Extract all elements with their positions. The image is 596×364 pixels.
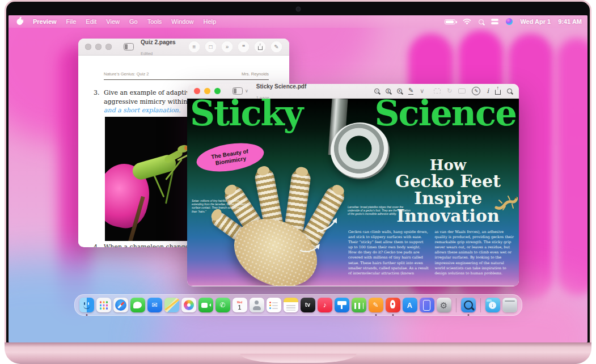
menu-view[interactable]: View: [106, 18, 120, 25]
zoom-out-icon[interactable]: −: [374, 88, 379, 94]
running-indicator: [392, 314, 394, 316]
running-indicator: [467, 314, 469, 316]
dock-app-reminders-icon[interactable]: [267, 298, 281, 312]
share-icon[interactable]: [495, 90, 501, 95]
desktop: PreviewFileEditViewGoToolsWindowHelp Wed…: [9, 15, 587, 342]
menu-items: PreviewFileEditViewGoToolsWindowHelp: [33, 18, 216, 25]
dock-app-phone-icon[interactable]: ✆: [215, 298, 230, 312]
markup-chevron-icon[interactable]: ∨: [420, 88, 424, 94]
dock-app-notes-icon[interactable]: [284, 298, 298, 312]
comment-icon[interactable]: ❝: [238, 41, 250, 53]
dock-app-numbers-icon[interactable]: [352, 298, 366, 312]
dock-app-tv-icon[interactable]: tv: [301, 298, 315, 312]
dock-app-music-icon[interactable]: ♪: [318, 298, 332, 312]
menu-bar: PreviewFileEditViewGoToolsWindowHelp Wed…: [9, 15, 587, 28]
dock-app-calendar-icon[interactable]: Wed1: [233, 298, 247, 312]
running-indicator: [375, 314, 377, 316]
dock-app-keynote-icon[interactable]: [335, 298, 349, 312]
article-body: Geckos can climb walls, hang upside down…: [348, 230, 515, 276]
question-number: 4.: [94, 243, 100, 247]
pages-toolbar: ≡ □ » ❝ ✎: [188, 41, 282, 53]
sidebar-toggle-icon[interactable]: [124, 43, 134, 50]
selection-tool-icon[interactable]: [434, 88, 441, 94]
menu-help[interactable]: Help: [203, 18, 216, 25]
search-icon[interactable]: [507, 88, 512, 94]
zoom-actual-size-icon[interactable]: 1: [386, 88, 391, 94]
gecko-illustration: [493, 193, 518, 212]
spotlight-search-icon[interactable]: [479, 19, 484, 24]
zoom-button[interactable]: [214, 88, 221, 94]
webcam: [297, 7, 300, 11]
battery-icon[interactable]: [445, 19, 455, 24]
arrow-doodle: [298, 239, 323, 254]
menu-window[interactable]: Window: [171, 18, 193, 25]
dock-app-preview-icon[interactable]: [461, 298, 476, 312]
dock-app-finder-icon[interactable]: [79, 298, 94, 312]
close-button[interactable]: [194, 88, 200, 94]
menu-preview[interactable]: Preview: [33, 18, 57, 25]
dock-app-messages-icon[interactable]: [130, 298, 145, 312]
dock-app-mail-icon[interactable]: ✉: [147, 298, 162, 312]
rotate-icon[interactable]: ↻: [447, 88, 452, 94]
more-tools-icon[interactable]: »: [221, 41, 233, 53]
question-number: 3.: [94, 88, 100, 98]
zoom-button[interactable]: [105, 44, 112, 50]
chevron-down-icon[interactable]: ∨: [245, 88, 248, 94]
wallpaper-capsule: [557, 38, 587, 296]
pages-title-bar: Quiz 2.pages Edited ≡ □ » ❝ ✎: [78, 39, 289, 56]
mantis-photo: [105, 117, 198, 241]
menu-bar-date[interactable]: Wed Apr 1: [520, 18, 551, 25]
laptop-base: [5, 342, 591, 364]
sign-annotate-icon[interactable]: ✎: [472, 87, 480, 95]
menu-edit[interactable]: Edit: [86, 18, 96, 25]
minimize-button[interactable]: [204, 88, 210, 94]
siri-icon[interactable]: [506, 18, 513, 25]
dock-app-settings-icon[interactable]: ⚙: [437, 298, 451, 312]
menu-tools[interactable]: Tools: [147, 18, 162, 25]
share-icon[interactable]: [254, 41, 266, 53]
minimize-button[interactable]: [95, 44, 102, 50]
control-center-icon[interactable]: [491, 19, 498, 24]
dock-app-games-icon[interactable]: [386, 298, 400, 312]
dock-app-photos-icon[interactable]: [181, 298, 196, 312]
dock-app-iphone-mirroring-icon[interactable]: [420, 298, 434, 312]
laptop-lid: PreviewFileEditViewGoToolsWindowHelp Wed…: [5, 0, 591, 342]
dock-app-appstore-icon[interactable]: A: [403, 298, 417, 312]
dock: ✉✆Wed1tv♪✎A⚙↓: [74, 294, 522, 316]
dock-app-contacts-icon[interactable]: [250, 298, 264, 312]
form-fill-icon[interactable]: [458, 88, 466, 94]
dock-divider: [456, 298, 456, 312]
running-indicator: [86, 314, 87, 316]
markup-pen-icon[interactable]: ✎: [270, 41, 282, 53]
info-icon[interactable]: i: [487, 88, 489, 94]
question-instruction-link[interactable]: and a short explanation.: [104, 107, 180, 114]
apple-menu-icon[interactable]: [16, 17, 23, 26]
markup-pen-icon[interactable]: ✎: [408, 87, 413, 95]
dock-app-facetime-icon[interactable]: [198, 298, 213, 312]
zoom-in-icon[interactable]: +: [397, 88, 402, 94]
wifi-icon[interactable]: [463, 18, 471, 26]
dock-app-pages-icon[interactable]: ✎: [369, 298, 383, 312]
close-button[interactable]: [85, 44, 91, 50]
macbook-marketing-shot: PreviewFileEditViewGoToolsWindowHelp Wed…: [0, 0, 596, 364]
preview-toolbar: − 1 + ✎ ∨ ↻ ✎ i: [374, 87, 512, 95]
dock-app-safari-icon[interactable]: [113, 298, 128, 312]
header-right: Mrs. Reynolds: [242, 71, 269, 77]
sticky-science-pdf-page: Sticky Science The Beauty of Biomimicry: [187, 99, 519, 286]
article-column-1: Geckos can climb walls, hang upside down…: [348, 230, 429, 276]
dock-app-trash-icon[interactable]: [502, 298, 517, 312]
article-headline: How Gecko Feet Inspire Innovation: [386, 158, 510, 225]
preview-title-bar: ∨ Sticky Science.pdf 1 page − 1 + ✎ ∨ ↻: [187, 84, 519, 99]
sidebar-toggle-icon[interactable]: [233, 87, 243, 95]
dock-app-maps-icon[interactable]: [164, 298, 179, 312]
menu-file[interactable]: File: [66, 18, 77, 25]
document-title: Quiz 2.pages: [141, 39, 176, 45]
dock-app-launchpad-icon[interactable]: [96, 298, 111, 312]
menu-bar-clock[interactable]: 9:41 AM: [558, 18, 582, 25]
insert-icon[interactable]: □: [205, 41, 217, 53]
question-text: When a chameleon changes: [104, 243, 192, 247]
view-options-icon[interactable]: ≡: [188, 41, 200, 53]
article-column-2: as van der Waals forces), an adhesive qu…: [435, 230, 516, 276]
menu-go[interactable]: Go: [129, 18, 138, 25]
dock-app-downloads-icon[interactable]: ↓: [485, 298, 500, 312]
